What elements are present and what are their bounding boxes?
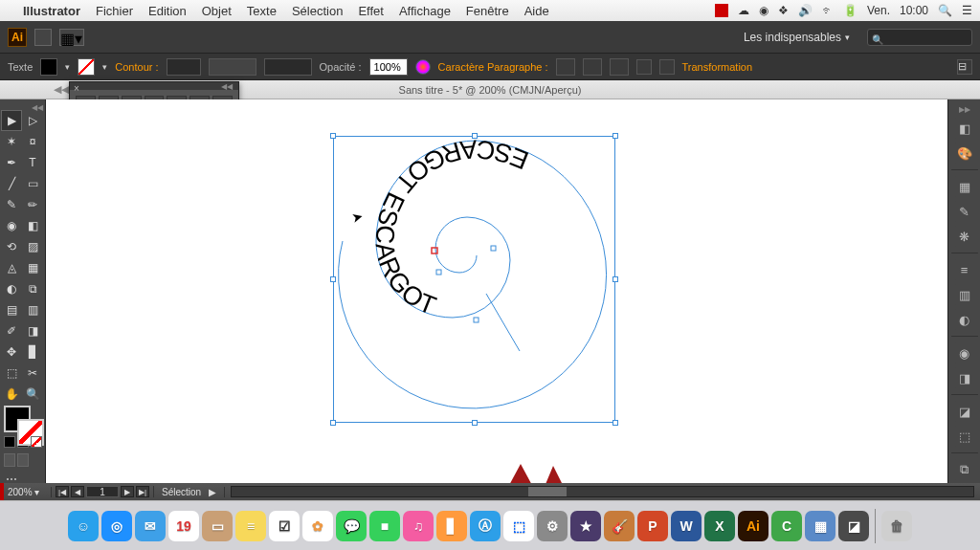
scale-tool[interactable]: ▨ bbox=[23, 237, 42, 256]
panel-symbols-icon[interactable]: ❋ bbox=[954, 226, 975, 247]
panel-brushes-icon[interactable]: ✎ bbox=[954, 201, 975, 222]
gradient-tool[interactable]: ▥ bbox=[23, 300, 42, 319]
graph-tool[interactable]: ▊ bbox=[23, 342, 42, 362]
dock-appstore-icon[interactable]: Ⓐ bbox=[470, 511, 501, 541]
dock-finder-icon[interactable]: ☺ bbox=[68, 511, 99, 541]
status-tool-label[interactable]: Sélection ▶ bbox=[154, 487, 225, 497]
dock-calendar-icon[interactable]: 19 bbox=[168, 511, 199, 541]
panel-close-icon[interactable]: × bbox=[74, 83, 79, 94]
shape-builder-tool[interactable]: ◐ bbox=[2, 279, 21, 298]
blob-brush-tool[interactable]: ◉ bbox=[2, 216, 21, 235]
text-on-path[interactable]: ESCARGOT ESCARGOT bbox=[370, 135, 533, 321]
menu-affichage[interactable]: Affichage bbox=[399, 4, 451, 18]
help-search-input[interactable]: 🔍 bbox=[867, 29, 972, 46]
dock-messages-icon[interactable]: 💬 bbox=[336, 511, 367, 541]
dock-safari-icon[interactable]: ◎ bbox=[101, 511, 132, 541]
workspace-switcher[interactable]: Les indispensables▾ bbox=[734, 27, 859, 48]
panel-artboards-icon[interactable]: ⬚ bbox=[954, 426, 975, 447]
cloud-icon[interactable]: ☁ bbox=[738, 4, 749, 17]
fill-stroke-color[interactable] bbox=[4, 406, 44, 432]
dock-facetime-icon[interactable]: ■ bbox=[369, 511, 400, 541]
dropbox-menu-icon[interactable]: ❖ bbox=[778, 4, 789, 17]
wifi-icon[interactable]: ᯤ bbox=[822, 4, 834, 17]
panel-color-guide-icon[interactable]: 🎨 bbox=[954, 143, 975, 164]
menu-fichier[interactable]: Fichier bbox=[96, 4, 133, 18]
dock-mail-icon[interactable]: ✉ bbox=[135, 511, 166, 541]
last-artboard-button[interactable]: ▶| bbox=[136, 486, 149, 497]
type-tool[interactable]: T bbox=[23, 153, 42, 172]
brush-dropdown[interactable] bbox=[209, 58, 256, 76]
dock-contacts-icon[interactable]: ▭ bbox=[202, 511, 233, 541]
dock-app1-icon[interactable]: ▦ bbox=[805, 511, 835, 541]
selection-tool[interactable]: ▶ bbox=[2, 111, 21, 130]
ai-logo-icon[interactable]: Ai bbox=[8, 28, 27, 47]
panel-libraries-icon[interactable]: ⧉ bbox=[954, 459, 975, 480]
dock-settings-icon[interactable]: ⚙ bbox=[537, 511, 568, 541]
panel-color-icon[interactable]: ◧ bbox=[954, 118, 975, 139]
panel-graphic-styles-icon[interactable]: ◨ bbox=[954, 367, 975, 388]
color-mode-solid[interactable] bbox=[4, 436, 15, 448]
fill-swatch[interactable] bbox=[40, 58, 57, 76]
canvas[interactable]: ESCARGOT ESCARGOT ➤ bbox=[46, 99, 947, 483]
panel-swatches-icon[interactable]: ▦ bbox=[954, 176, 975, 197]
menu-effet[interactable]: Effet bbox=[358, 4, 384, 18]
app-name[interactable]: Illustrator bbox=[23, 4, 80, 18]
clock-time[interactable]: 10:00 bbox=[900, 4, 928, 17]
dock-excel-icon[interactable]: X bbox=[704, 511, 735, 541]
magic-wand-tool[interactable]: ✶ bbox=[2, 132, 21, 151]
prev-artboard-button[interactable]: ◀ bbox=[71, 486, 84, 497]
status-red-icon[interactable] bbox=[715, 4, 728, 17]
mesh-tool[interactable]: ▤ bbox=[2, 300, 21, 319]
width-tool[interactable]: ◬ bbox=[2, 258, 21, 277]
next-artboard-button[interactable]: ▶ bbox=[121, 486, 134, 497]
align-left-button[interactable] bbox=[556, 58, 575, 76]
menu-aide[interactable]: Aide bbox=[524, 4, 549, 18]
artboard-number-input[interactable]: 1 bbox=[86, 486, 119, 497]
perspective-tool[interactable]: ⧉ bbox=[23, 279, 42, 298]
battery-icon[interactable]: 🔋 bbox=[843, 4, 858, 17]
screen-mode-full[interactable] bbox=[17, 453, 29, 467]
dock-garageband-icon[interactable]: 🎸 bbox=[604, 511, 635, 541]
panel-stroke-icon[interactable]: ≡ bbox=[954, 259, 975, 280]
dock-reminders-icon[interactable]: ☑ bbox=[269, 511, 300, 541]
rotate-tool[interactable]: ⟲ bbox=[2, 237, 21, 256]
panel-drag-bar[interactable]: ◀◀ bbox=[70, 82, 238, 90]
horizontal-scrollbar[interactable] bbox=[231, 486, 974, 497]
menu-texte[interactable]: Texte bbox=[247, 4, 277, 18]
lasso-tool[interactable]: ¤ bbox=[23, 132, 42, 151]
control-menu-icon[interactable]: ⊟ bbox=[957, 59, 972, 75]
blend-tool[interactable]: ◨ bbox=[23, 321, 42, 341]
free-transform-tool[interactable]: ▦ bbox=[23, 258, 42, 277]
spotlight-icon[interactable]: 🔍 bbox=[938, 4, 952, 17]
artboard-tool[interactable]: ⬚ bbox=[2, 363, 21, 383]
recolor-icon[interactable] bbox=[415, 59, 431, 75]
stroke-swatch[interactable] bbox=[78, 58, 95, 76]
extra-icon[interactable] bbox=[659, 59, 675, 75]
align-right-button[interactable] bbox=[610, 58, 629, 76]
dock-app2-icon[interactable]: ◪ bbox=[838, 511, 869, 541]
zoom-tool[interactable]: 🔍 bbox=[23, 385, 42, 404]
paintbrush-tool[interactable]: ✎ bbox=[2, 195, 21, 214]
clock-day[interactable]: Ven. bbox=[867, 4, 890, 17]
panel-appearance-icon[interactable]: ◉ bbox=[954, 342, 975, 363]
dock-photos-icon[interactable]: ✿ bbox=[302, 511, 333, 541]
dock-notes-icon[interactable]: ≡ bbox=[235, 511, 266, 541]
align-center-button[interactable] bbox=[583, 58, 602, 76]
menu-selection[interactable]: Sélection bbox=[292, 4, 343, 18]
dock-trash-icon[interactable]: 🗑 bbox=[881, 511, 912, 541]
hand-tool[interactable]: ✋ bbox=[2, 385, 21, 404]
color-mode-none[interactable] bbox=[31, 436, 42, 448]
dock-word-icon[interactable]: W bbox=[671, 511, 702, 541]
stroke-weight-dropdown[interactable] bbox=[167, 58, 201, 76]
direct-selection-tool[interactable]: ▷ bbox=[23, 111, 42, 130]
style-dropdown[interactable] bbox=[264, 58, 312, 76]
menu-fenetre[interactable]: Fenêtre bbox=[466, 4, 509, 18]
panel-transparency-icon[interactable]: ◐ bbox=[954, 309, 975, 330]
pen-tool[interactable]: ✒ bbox=[2, 153, 21, 172]
panel-gradient-icon[interactable]: ▥ bbox=[954, 284, 975, 305]
rectangle-tool[interactable]: ▭ bbox=[23, 174, 42, 193]
symbol-sprayer-tool[interactable]: ✥ bbox=[2, 342, 21, 362]
new-doc-icon[interactable] bbox=[34, 29, 52, 46]
eraser-tool[interactable]: ◧ bbox=[23, 216, 42, 235]
slice-tool[interactable]: ✂ bbox=[23, 363, 42, 383]
